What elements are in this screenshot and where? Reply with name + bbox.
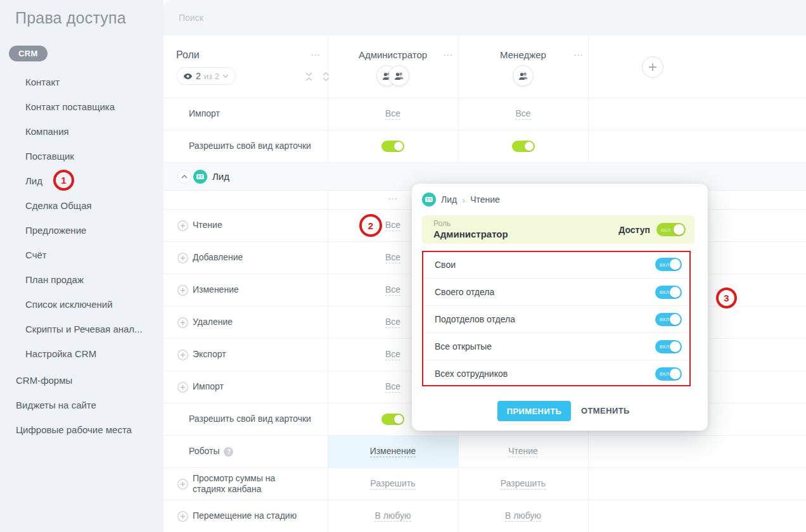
- permission-value-link[interactable]: В любую: [505, 510, 541, 522]
- role-name: Администратор: [433, 229, 508, 239]
- plus-expand-icon[interactable]: [177, 220, 188, 231]
- permission-value-link[interactable]: Разрешить: [370, 478, 415, 490]
- sidebar-item[interactable]: Цифровые рабочие места: [16, 417, 132, 442]
- search-input[interactable]: Поиск: [179, 13, 203, 23]
- toggle-state-label: ВКЛ: [660, 290, 669, 294]
- permission-option-row: СвоиВКЛ: [422, 251, 691, 278]
- sidebar-item[interactable]: CRM-формы: [16, 368, 132, 393]
- roles-menu-ellipsis-icon[interactable]: ⋯: [310, 52, 321, 58]
- permission-value-link[interactable]: Все: [385, 349, 400, 360]
- eye-icon: [183, 73, 193, 80]
- permission-label-text: Разрешить свой вид карточки: [189, 414, 311, 425]
- sidebar-item[interactable]: Контакт: [25, 70, 143, 94]
- roles-filter-pill[interactable]: 2 из 2: [176, 67, 236, 85]
- plus-expand-icon[interactable]: [177, 253, 188, 263]
- table-header: Роли ⋯ 2 из 2: [163, 35, 806, 98]
- plus-expand-icon[interactable]: [177, 317, 188, 328]
- permission-value-link[interactable]: В любую: [374, 510, 411, 522]
- permission-value-link[interactable]: Все: [385, 252, 400, 263]
- lead-entity-icon: [193, 170, 207, 184]
- sidebar-item[interactable]: Скрипты и Речевая анал...: [25, 317, 143, 341]
- permission-option-row: Всех сотрудниковВКЛ: [422, 360, 691, 387]
- permission-value-link[interactable]: Разрешить: [501, 478, 546, 490]
- option-toggle[interactable]: ВКЛ: [655, 286, 682, 299]
- sidebar-item[interactable]: Список исключений: [25, 292, 143, 317]
- sidebar-item[interactable]: План продаж: [25, 267, 143, 292]
- admin-permission-cell: В любую: [328, 500, 458, 532]
- collapse-section-button[interactable]: [177, 170, 191, 184]
- plus-expand-icon[interactable]: [177, 479, 188, 490]
- collapse-all-icon[interactable]: [304, 72, 314, 82]
- role-avatars[interactable]: [328, 65, 458, 86]
- permission-label-text: Перемещение на стадию: [193, 510, 297, 522]
- permission-option-row: Подотделов отделаВКЛ: [422, 305, 691, 332]
- permission-label-text: Разрешить свой вид карточки: [189, 141, 311, 152]
- table-row: Роботы?ИзменениеЧтение: [163, 436, 806, 468]
- option-toggle[interactable]: ВКЛ: [655, 258, 682, 271]
- option-label: Всех сотрудников: [435, 369, 508, 379]
- permission-option-row: Все открытыеВКЛ: [422, 332, 691, 360]
- crm-section-badge[interactable]: CRM: [9, 46, 48, 61]
- sidebar-item[interactable]: Предложение: [25, 218, 143, 243]
- permission-row-label: Изменение: [163, 274, 328, 306]
- permission-option-row: Своего отделаВКЛ: [422, 278, 691, 305]
- permission-row-label: Разрешить свой вид карточки: [163, 403, 328, 435]
- filter-count: 2: [196, 71, 201, 81]
- option-toggle[interactable]: ВКЛ: [655, 313, 682, 326]
- permission-value-link[interactable]: Все: [385, 381, 400, 393]
- cancel-button[interactable]: ОТМЕНИТЬ: [581, 406, 630, 415]
- plus-expand-icon[interactable]: [177, 285, 188, 296]
- role-avatars[interactable]: [458, 65, 588, 86]
- permission-row-label: Просмотр суммы на стадиях канбана: [163, 468, 328, 500]
- plus-expand-icon[interactable]: [177, 382, 188, 393]
- header-tools: [304, 72, 331, 82]
- admin-permission-cell: Разрешить: [328, 468, 458, 500]
- permission-value-link[interactable]: Все: [385, 317, 400, 328]
- permission-row-label: Удаление: [163, 307, 328, 338]
- option-toggle[interactable]: ВКЛ: [655, 367, 682, 381]
- permission-label-text: Изменение: [193, 284, 239, 296]
- option-toggle[interactable]: ВКЛ: [655, 340, 682, 353]
- permission-toggle[interactable]: [512, 141, 535, 152]
- sidebar-item[interactable]: Компания: [25, 119, 143, 144]
- sidebar-item[interactable]: Контакт поставщика: [25, 94, 143, 119]
- permission-row-label: Импорт: [163, 371, 328, 403]
- admin-permission-cell: [328, 130, 458, 162]
- lead-entity-icon: [422, 193, 436, 206]
- sidebar-item[interactable]: Лид: [25, 168, 143, 193]
- role-name[interactable]: Менеджер: [458, 49, 588, 60]
- sidebar-item[interactable]: Поставщик: [25, 144, 143, 168]
- annotation-marker-2: 2: [359, 214, 382, 237]
- permission-value-link[interactable]: Чтение: [508, 446, 538, 457]
- manager-permission-cell: Разрешить: [458, 468, 588, 500]
- permission-value-link[interactable]: Все: [385, 108, 400, 120]
- permission-value-link[interactable]: Все: [515, 108, 530, 120]
- role-menu-ellipsis-icon[interactable]: ⋯: [443, 52, 453, 58]
- apply-button[interactable]: ПРИМЕНИТЬ: [497, 401, 571, 421]
- permission-value-link[interactable]: Изменение: [370, 446, 416, 457]
- sidebar-crm-list: КонтактКонтакт поставщикаКомпанияПоставщ…: [25, 70, 143, 366]
- permission-value-link[interactable]: Все: [385, 284, 400, 296]
- toggle-knob: [670, 341, 681, 352]
- breadcrumb-chevron-icon: ›: [462, 194, 465, 205]
- sidebar-item[interactable]: Виджеты на сайте: [16, 393, 132, 417]
- add-role-button[interactable]: [642, 56, 663, 78]
- permission-toggle[interactable]: [381, 141, 404, 152]
- role-menu-ellipsis-icon[interactable]: ⋯: [573, 52, 584, 58]
- annotation-marker-1: 1: [53, 170, 74, 191]
- role-access-panel: Роль Администратор Доступ ВКЛ: [422, 215, 694, 244]
- permission-toggle[interactable]: [381, 414, 404, 425]
- help-icon[interactable]: ?: [224, 447, 233, 457]
- plus-expand-icon[interactable]: [177, 511, 188, 522]
- access-label: Доступ: [618, 225, 650, 235]
- sidebar-item[interactable]: Счёт: [25, 243, 143, 267]
- role-name[interactable]: Администратор: [328, 49, 458, 60]
- users-group-icon: [388, 65, 409, 86]
- permission-value-link[interactable]: Все: [385, 220, 400, 231]
- filter-of-label: из 2: [204, 72, 219, 81]
- access-toggle[interactable]: ВКЛ: [656, 223, 686, 236]
- sidebar-item[interactable]: Сделка Общая: [25, 193, 143, 218]
- sidebar-item[interactable]: Настройка CRM: [25, 341, 143, 366]
- plus-expand-icon[interactable]: [177, 350, 188, 360]
- admin-permission-cell: Изменение: [328, 436, 458, 467]
